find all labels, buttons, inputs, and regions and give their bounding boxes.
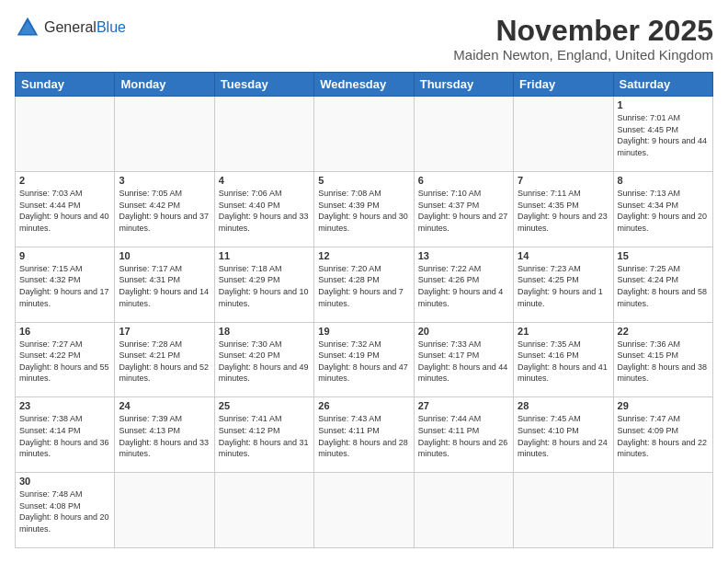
day-number: 26: [318, 400, 409, 411]
day-info: Sunrise: 7:06 AM Sunset: 4:40 PM Dayligh…: [219, 188, 310, 234]
calendar-cell: [314, 97, 414, 172]
calendar-cell: [115, 97, 214, 172]
calendar-cell: 30Sunrise: 7:48 AM Sunset: 4:08 PM Dayli…: [16, 473, 115, 548]
location: Maiden Newton, England, United Kingdom: [453, 47, 713, 63]
day-info: Sunrise: 7:33 AM Sunset: 4:17 PM Dayligh…: [418, 339, 509, 385]
day-number: 15: [618, 250, 709, 261]
calendar-cell: 20Sunrise: 7:33 AM Sunset: 4:17 PM Dayli…: [414, 322, 513, 397]
weekday-header-tuesday: Tuesday: [214, 73, 313, 97]
calendar-cell: 26Sunrise: 7:43 AM Sunset: 4:11 PM Dayli…: [314, 397, 414, 473]
day-info: Sunrise: 7:25 AM Sunset: 4:24 PM Dayligh…: [618, 263, 709, 309]
day-info: Sunrise: 7:03 AM Sunset: 4:44 PM Dayligh…: [19, 188, 110, 234]
calendar-table: SundayMondayTuesdayWednesdayThursdayFrid…: [15, 72, 713, 548]
calendar-cell: 12Sunrise: 7:20 AM Sunset: 4:28 PM Dayli…: [314, 247, 414, 322]
day-number: 3: [119, 175, 210, 186]
day-info: Sunrise: 7:28 AM Sunset: 4:21 PM Dayligh…: [119, 339, 210, 385]
day-info: Sunrise: 7:38 AM Sunset: 4:14 PM Dayligh…: [19, 413, 110, 459]
day-number: 8: [618, 175, 709, 186]
calendar-cell: 15Sunrise: 7:25 AM Sunset: 4:24 PM Dayli…: [613, 247, 712, 322]
page: GeneralBlue November 2025 Maiden Newton,…: [0, 0, 728, 563]
calendar-cell: 7Sunrise: 7:11 AM Sunset: 4:35 PM Daylig…: [514, 171, 613, 247]
day-info: Sunrise: 7:43 AM Sunset: 4:11 PM Dayligh…: [318, 413, 409, 459]
day-info: Sunrise: 7:01 AM Sunset: 4:45 PM Dayligh…: [618, 112, 709, 158]
weekday-header-sunday: Sunday: [16, 73, 115, 97]
day-number: 28: [518, 400, 609, 411]
day-number: 21: [518, 326, 609, 337]
calendar-cell: [115, 473, 214, 548]
day-info: Sunrise: 7:23 AM Sunset: 4:25 PM Dayligh…: [518, 263, 609, 309]
calendar-week-6: 30Sunrise: 7:48 AM Sunset: 4:08 PM Dayli…: [16, 473, 713, 548]
calendar-cell: 14Sunrise: 7:23 AM Sunset: 4:25 PM Dayli…: [514, 247, 613, 322]
calendar-cell: 27Sunrise: 7:44 AM Sunset: 4:11 PM Dayli…: [414, 397, 513, 473]
day-info: Sunrise: 7:08 AM Sunset: 4:39 PM Dayligh…: [318, 188, 409, 234]
calendar-cell: 25Sunrise: 7:41 AM Sunset: 4:12 PM Dayli…: [214, 397, 313, 473]
calendar-cell: 13Sunrise: 7:22 AM Sunset: 4:26 PM Dayli…: [414, 247, 513, 322]
day-number: 4: [219, 175, 310, 186]
calendar-week-2: 2Sunrise: 7:03 AM Sunset: 4:44 PM Daylig…: [16, 171, 713, 247]
day-info: Sunrise: 7:47 AM Sunset: 4:09 PM Dayligh…: [618, 413, 709, 459]
calendar-cell: 3Sunrise: 7:05 AM Sunset: 4:42 PM Daylig…: [115, 171, 214, 247]
day-number: 7: [518, 175, 609, 186]
day-number: 16: [19, 326, 110, 337]
calendar-cell: [414, 97, 513, 172]
logo-blue-text: Blue: [97, 19, 126, 35]
calendar-cell: [613, 473, 712, 548]
calendar-cell: 28Sunrise: 7:45 AM Sunset: 4:10 PM Dayli…: [514, 397, 613, 473]
calendar-week-4: 16Sunrise: 7:27 AM Sunset: 4:22 PM Dayli…: [16, 322, 713, 397]
day-number: 6: [418, 175, 509, 186]
header: GeneralBlue November 2025 Maiden Newton,…: [15, 15, 713, 63]
calendar-cell: 24Sunrise: 7:39 AM Sunset: 4:13 PM Dayli…: [115, 397, 214, 473]
day-info: Sunrise: 7:10 AM Sunset: 4:37 PM Dayligh…: [418, 188, 509, 234]
day-info: Sunrise: 7:36 AM Sunset: 4:15 PM Dayligh…: [618, 339, 709, 385]
day-info: Sunrise: 7:32 AM Sunset: 4:19 PM Dayligh…: [318, 339, 409, 385]
calendar-week-3: 9Sunrise: 7:15 AM Sunset: 4:32 PM Daylig…: [16, 247, 713, 322]
day-number: 11: [219, 250, 310, 261]
calendar-cell: 23Sunrise: 7:38 AM Sunset: 4:14 PM Dayli…: [16, 397, 115, 473]
logo: GeneralBlue: [15, 15, 126, 40]
calendar-cell: [414, 473, 513, 548]
day-info: Sunrise: 7:41 AM Sunset: 4:12 PM Dayligh…: [219, 413, 310, 459]
logo-general-text: General: [44, 19, 97, 35]
calendar-cell: 29Sunrise: 7:47 AM Sunset: 4:09 PM Dayli…: [613, 397, 712, 473]
day-number: 17: [119, 326, 210, 337]
day-number: 9: [19, 250, 110, 261]
day-number: 12: [318, 250, 409, 261]
day-info: Sunrise: 7:30 AM Sunset: 4:20 PM Dayligh…: [219, 339, 310, 385]
day-number: 24: [119, 400, 210, 411]
day-number: 25: [219, 400, 310, 411]
logo-icon: [15, 15, 40, 40]
calendar-cell: 10Sunrise: 7:17 AM Sunset: 4:31 PM Dayli…: [115, 247, 214, 322]
day-info: Sunrise: 7:11 AM Sunset: 4:35 PM Dayligh…: [518, 188, 609, 234]
day-number: 10: [119, 250, 210, 261]
day-info: Sunrise: 7:05 AM Sunset: 4:42 PM Dayligh…: [119, 188, 210, 234]
day-number: 5: [318, 175, 409, 186]
calendar-cell: 4Sunrise: 7:06 AM Sunset: 4:40 PM Daylig…: [214, 171, 313, 247]
day-number: 23: [19, 400, 110, 411]
calendar-cell: 11Sunrise: 7:18 AM Sunset: 4:29 PM Dayli…: [214, 247, 313, 322]
calendar-cell: 6Sunrise: 7:10 AM Sunset: 4:37 PM Daylig…: [414, 171, 513, 247]
day-number: 18: [219, 326, 310, 337]
calendar-cell: 22Sunrise: 7:36 AM Sunset: 4:15 PM Dayli…: [613, 322, 712, 397]
day-number: 19: [318, 326, 409, 337]
day-info: Sunrise: 7:22 AM Sunset: 4:26 PM Dayligh…: [418, 263, 509, 309]
day-info: Sunrise: 7:13 AM Sunset: 4:34 PM Dayligh…: [618, 188, 709, 234]
day-info: Sunrise: 7:39 AM Sunset: 4:13 PM Dayligh…: [119, 413, 210, 459]
day-number: 13: [418, 250, 509, 261]
day-info: Sunrise: 7:18 AM Sunset: 4:29 PM Dayligh…: [219, 263, 310, 309]
day-number: 2: [19, 175, 110, 186]
weekday-header-friday: Friday: [514, 73, 613, 97]
weekday-header-thursday: Thursday: [414, 73, 513, 97]
day-info: Sunrise: 7:17 AM Sunset: 4:31 PM Dayligh…: [119, 263, 210, 309]
calendar-cell: 19Sunrise: 7:32 AM Sunset: 4:19 PM Dayli…: [314, 322, 414, 397]
day-info: Sunrise: 7:15 AM Sunset: 4:32 PM Dayligh…: [19, 263, 110, 309]
day-info: Sunrise: 7:44 AM Sunset: 4:11 PM Dayligh…: [418, 413, 509, 459]
calendar-week-5: 23Sunrise: 7:38 AM Sunset: 4:14 PM Dayli…: [16, 397, 713, 473]
day-number: 14: [518, 250, 609, 261]
weekday-header-saturday: Saturday: [613, 73, 712, 97]
day-number: 1: [618, 99, 709, 110]
calendar-cell: 21Sunrise: 7:35 AM Sunset: 4:16 PM Dayli…: [514, 322, 613, 397]
day-info: Sunrise: 7:45 AM Sunset: 4:10 PM Dayligh…: [518, 413, 609, 459]
calendar-cell: 8Sunrise: 7:13 AM Sunset: 4:34 PM Daylig…: [613, 171, 712, 247]
weekday-header-wednesday: Wednesday: [314, 73, 414, 97]
day-info: Sunrise: 7:35 AM Sunset: 4:16 PM Dayligh…: [518, 339, 609, 385]
